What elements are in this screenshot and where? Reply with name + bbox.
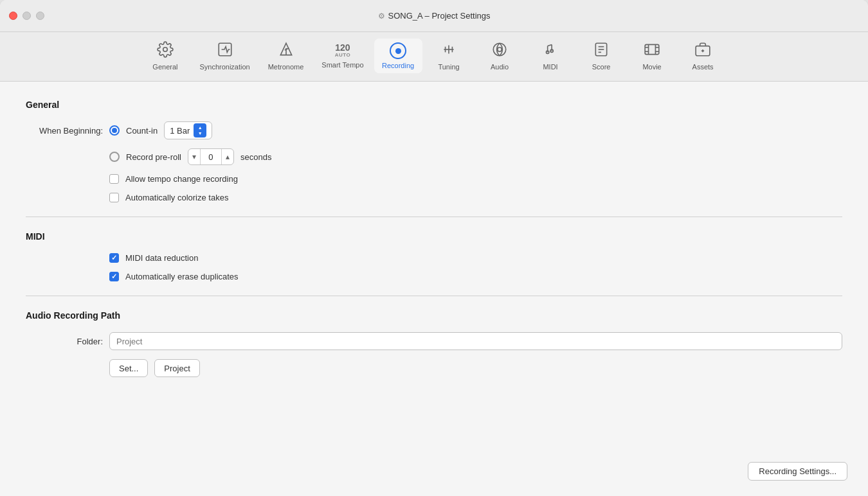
tab-tuning[interactable]: Tuning <box>425 37 473 75</box>
tab-score[interactable]: Score <box>577 37 626 75</box>
smart-tempo-icon: 120 AUTO <box>335 43 351 58</box>
colorize-checkbox[interactable] <box>109 193 119 202</box>
bar-stepper[interactable] <box>194 123 206 137</box>
set-button[interactable]: Set... <box>109 359 148 377</box>
folder-row: Folder: <box>26 332 842 350</box>
tab-general[interactable]: General <box>141 37 189 75</box>
midi-section: MIDI MIDI data reduction Automatically e… <box>26 231 842 281</box>
tab-smart-tempo-label: Smart Tempo <box>321 61 363 69</box>
allow-tempo-row: Allow tempo change recording <box>109 174 842 184</box>
svg-line-4 <box>284 48 289 50</box>
tab-metronome-label: Metronome <box>268 63 304 71</box>
doc-icon: ⚙ <box>378 12 385 21</box>
allow-tempo-checkbox[interactable] <box>109 174 119 184</box>
count-in-label: Count-in <box>126 126 158 136</box>
divider-2 <box>26 296 842 296</box>
data-reduction-row: MIDI data reduction <box>109 253 842 263</box>
midi-icon <box>542 41 559 60</box>
close-button[interactable] <box>9 12 17 20</box>
preroll-value: 0 <box>203 152 219 162</box>
erase-duplicates-checkbox[interactable] <box>109 272 119 281</box>
toolbar: General Synchronization Metronome <box>0 32 868 82</box>
audio-path-section: Audio Recording Path Folder: Set... Proj… <box>26 310 842 377</box>
seconds-label: seconds <box>240 152 271 162</box>
preroll-row: Record pre-roll ▾ 0 ▴ seconds <box>109 148 842 165</box>
tab-assets[interactable]: Assets <box>679 37 727 75</box>
stepper-down-button[interactable]: ▾ <box>188 149 201 164</box>
tab-smart-tempo[interactable]: 120 AUTO Smart Tempo <box>314 39 371 73</box>
tab-metronome[interactable]: Metronome <box>260 37 312 75</box>
window-title: ⚙ SONG_A – Project Settings <box>378 11 491 21</box>
general-section-title: General <box>26 100 842 110</box>
score-icon <box>593 41 610 60</box>
midi-section-title: MIDI <box>26 231 842 242</box>
tab-synchronization-label: Synchronization <box>199 63 249 71</box>
count-in-radio[interactable] <box>109 125 120 136</box>
minimize-button[interactable] <box>23 12 31 20</box>
tab-synchronization[interactable]: Synchronization <box>192 37 257 75</box>
movie-icon <box>644 41 660 60</box>
svg-line-15 <box>548 44 552 46</box>
data-reduction-label: MIDI data reduction <box>125 253 198 263</box>
when-beginning-label: When Beginning: <box>26 126 103 136</box>
recording-icon <box>390 42 406 59</box>
audio-icon <box>491 41 508 60</box>
allow-tempo-label: Allow tempo change recording <box>125 174 238 184</box>
svg-rect-20 <box>645 44 659 54</box>
svg-point-10 <box>498 48 502 52</box>
count-in-row: When Beginning: Count-in 1 Bar <box>26 121 842 139</box>
tab-assets-label: Assets <box>692 63 714 71</box>
gear-icon <box>157 41 174 60</box>
stepper-up-button[interactable]: ▴ <box>221 149 233 164</box>
divider-1 <box>26 217 842 217</box>
path-buttons-row: Set... Project <box>109 359 842 377</box>
tab-general-label: General <box>152 63 177 71</box>
tab-score-label: Score <box>592 63 611 71</box>
general-section: General When Beginning: Count-in 1 Bar R… <box>26 100 842 202</box>
bar-value: 1 Bar <box>170 126 190 136</box>
tab-audio-label: Audio <box>491 63 509 71</box>
tab-movie[interactable]: Movie <box>628 37 676 75</box>
title-bar: ⚙ SONG_A – Project Settings <box>0 0 868 32</box>
tab-midi-label: MIDI <box>543 63 557 71</box>
recording-settings-button[interactable]: Recording Settings... <box>748 462 847 481</box>
sync-icon <box>217 41 233 60</box>
preroll-stepper[interactable]: ▾ 0 ▴ <box>188 148 234 165</box>
tuning-icon <box>440 41 457 60</box>
traffic-lights <box>9 12 44 20</box>
colorize-row: Automatically colorize takes <box>109 193 842 202</box>
assets-icon <box>694 41 711 60</box>
erase-duplicates-row: Automatically erase duplicates <box>109 272 842 281</box>
erase-duplicates-label: Automatically erase duplicates <box>125 272 239 281</box>
tab-tuning-label: Tuning <box>438 63 459 71</box>
folder-label: Folder: <box>26 337 103 346</box>
main-window: ⚙ SONG_A – Project Settings General <box>0 0 868 496</box>
content-area: General When Beginning: Count-in 1 Bar R… <box>0 82 868 496</box>
tab-midi[interactable]: MIDI <box>527 37 575 75</box>
svg-point-9 <box>493 43 506 56</box>
project-button[interactable]: Project <box>154 359 199 377</box>
colorize-label: Automatically colorize takes <box>125 193 228 202</box>
svg-point-0 <box>163 48 168 52</box>
tab-movie-label: Movie <box>642 63 661 71</box>
bar-select[interactable]: 1 Bar <box>164 121 212 139</box>
metronome-icon <box>278 41 294 60</box>
preroll-radio[interactable] <box>109 152 120 162</box>
tab-recording-label: Recording <box>382 62 414 69</box>
data-reduction-checkbox[interactable] <box>109 253 119 263</box>
folder-input[interactable] <box>109 332 842 350</box>
preroll-label: Record pre-roll <box>126 152 181 162</box>
tab-recording[interactable]: Recording <box>374 39 422 73</box>
maximize-button[interactable] <box>36 12 44 20</box>
audio-path-title: Audio Recording Path <box>26 310 842 321</box>
tab-audio[interactable]: Audio <box>476 37 524 75</box>
